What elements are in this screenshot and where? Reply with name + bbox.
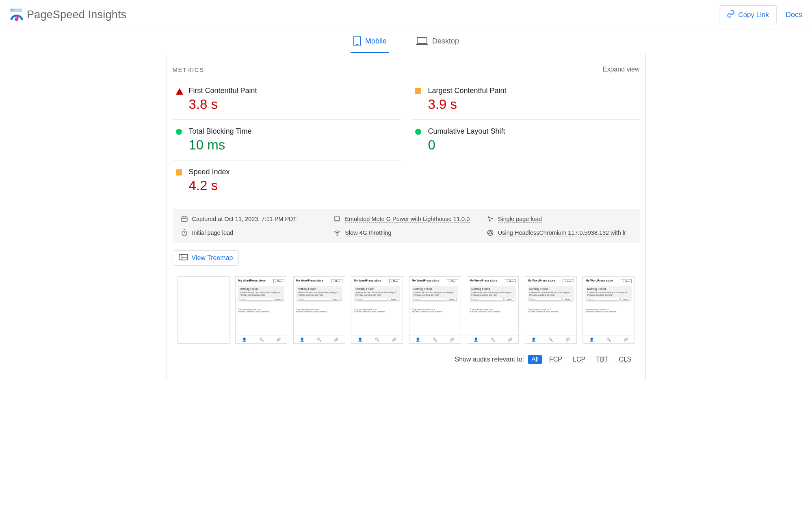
svg-rect-8 <box>416 44 428 45</box>
status-pass-icon <box>176 129 182 135</box>
app-title: PageSpeed Insights <box>27 9 126 21</box>
app-header: PageSpeed Insights Copy Link Docs <box>0 0 812 30</box>
treemap-icon <box>179 254 188 262</box>
filter-chip-tbt[interactable]: TBT <box>593 355 611 364</box>
header-right: Copy Link Docs <box>719 5 802 24</box>
header-left: PageSpeed Insights <box>10 9 126 22</box>
env-throttling: Slow 4G throttling <box>333 229 479 236</box>
status-warn-icon <box>415 88 422 95</box>
metric-si: Speed Index 4.2 s <box>173 160 401 201</box>
pagespeed-logo-icon <box>10 9 23 22</box>
chrome-icon <box>487 229 494 236</box>
stopwatch-icon <box>181 229 188 236</box>
link-icon <box>727 10 735 20</box>
metric-label: Total Blocking Time <box>189 127 397 136</box>
desktop-icon <box>416 37 428 45</box>
metric-value: 0 <box>428 137 637 153</box>
filmstrip-frame: My WordPress store≡ Menu Nothing FoundIt… <box>525 276 577 344</box>
filmstrip-frame <box>178 276 230 344</box>
metric-value: 10 ms <box>189 137 397 153</box>
tab-mobile-label: Mobile <box>365 37 387 45</box>
expand-view-toggle[interactable]: Expand view <box>603 66 640 73</box>
svg-rect-9 <box>182 217 187 222</box>
device-tabs: Mobile Desktop <box>0 30 812 54</box>
tab-mobile[interactable]: Mobile <box>351 30 389 53</box>
env-single-load: Single page load <box>487 215 632 223</box>
filmstrip-frame: My WordPress store≡ Menu Nothing FoundIt… <box>351 276 403 344</box>
audit-filter-row: Show audits relevant to: All FCP LCP TBT… <box>167 344 645 364</box>
filmstrip-frame: My WordPress store≡ Menu Nothing FoundIt… <box>582 276 634 344</box>
wifi-icon <box>333 229 341 236</box>
status-fail-icon <box>176 88 182 95</box>
filter-label: Show audits relevant to: <box>455 356 524 363</box>
filter-chip-all[interactable]: All <box>528 355 542 364</box>
svg-rect-2 <box>13 9 14 11</box>
status-pass-icon <box>415 129 422 135</box>
filmstrip-frame: My WordPress store≡ Menu Nothing FoundIt… <box>467 276 519 344</box>
metrics-title: METRICS <box>173 66 204 73</box>
env-initial-load: Initial page load <box>181 229 326 236</box>
status-warn-icon <box>176 169 182 176</box>
metric-lcp: Largest Contentful Paint 3.9 s <box>412 79 640 119</box>
svg-rect-7 <box>417 37 427 43</box>
env-emulated: Emulated Moto G Power with Lighthouse 11… <box>333 215 479 223</box>
view-treemap-button[interactable]: View Treemap <box>173 250 239 266</box>
network-icon <box>487 215 494 223</box>
filmstrip: My WordPress store≡ Menu Nothing FoundIt… <box>167 266 645 344</box>
metric-value: 3.8 s <box>189 97 397 112</box>
metric-label: Speed Index <box>189 168 397 176</box>
environment-box: Captured at Oct 11, 2023, 7:11 PM PDT Em… <box>173 209 640 243</box>
metric-tbt: Total Blocking Time 10 ms <box>173 119 401 160</box>
metric-cls: Cumulative Layout Shift 0 <box>412 119 640 160</box>
metric-fcp: First Contentful Paint 3.8 s <box>173 79 401 119</box>
env-captured: Captured at Oct 11, 2023, 7:11 PM PDT <box>181 215 326 223</box>
filmstrip-frame: My WordPress store≡ Menu Nothing FoundIt… <box>409 276 461 344</box>
docs-link[interactable]: Docs <box>786 11 802 19</box>
filmstrip-frame: My WordPress store≡ Menu Nothing FoundIt… <box>235 276 287 344</box>
calendar-icon <box>181 215 188 223</box>
mobile-icon <box>353 35 361 47</box>
metric-label: Cumulative Layout Shift <box>428 127 637 136</box>
copy-link-button[interactable]: Copy Link <box>719 5 777 24</box>
svg-point-15 <box>337 235 338 236</box>
svg-rect-1 <box>11 9 12 11</box>
laptop-icon <box>333 215 341 223</box>
tab-desktop[interactable]: Desktop <box>414 30 461 53</box>
env-browser: Using HeadlessChromium 117.0.5938.132 wi… <box>487 229 632 236</box>
metric-label: Largest Contentful Paint <box>428 87 637 95</box>
report-main: METRICS Expand view First Contentful Pai… <box>167 54 646 380</box>
svg-point-17 <box>489 232 492 234</box>
metric-value: 3.9 s <box>428 97 637 112</box>
svg-rect-10 <box>335 217 340 220</box>
filter-chip-cls[interactable]: CLS <box>615 355 634 364</box>
metric-value: 4.2 s <box>189 178 397 193</box>
filmstrip-frame: My WordPress store≡ Menu Nothing FoundIt… <box>293 276 345 344</box>
metric-label: First Contentful Paint <box>189 87 397 95</box>
tab-desktop-label: Desktop <box>432 37 459 45</box>
svg-rect-6 <box>356 44 358 45</box>
filter-chip-fcp[interactable]: FCP <box>546 355 565 364</box>
copy-link-label: Copy Link <box>738 11 769 19</box>
filter-chip-lcp[interactable]: LCP <box>569 355 589 364</box>
metrics-header: METRICS Expand view <box>167 54 645 79</box>
view-treemap-label: View Treemap <box>192 254 233 262</box>
metrics-grid: First Contentful Paint 3.8 s Largest Con… <box>167 79 645 201</box>
